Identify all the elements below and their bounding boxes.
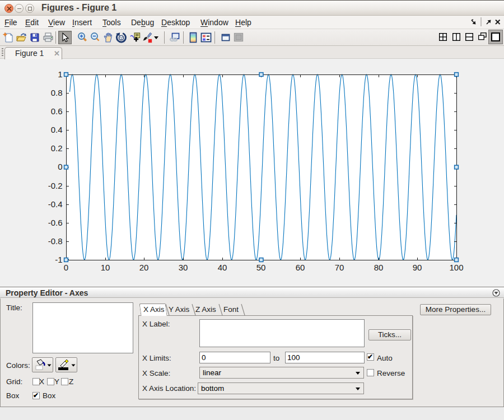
- svg-text:-0.8: -0.8: [48, 236, 63, 246]
- svg-text:0: 0: [64, 263, 68, 272]
- svg-text:-0.4: -0.4: [48, 199, 63, 209]
- svg-text:80: 80: [374, 263, 384, 272]
- svg-text:40: 40: [218, 263, 227, 272]
- svg-text:0.8: 0.8: [51, 88, 63, 97]
- svg-text:0.2: 0.2: [51, 143, 63, 153]
- svg-text:60: 60: [296, 263, 305, 272]
- svg-text:30: 30: [179, 263, 188, 272]
- svg-text:0.4: 0.4: [51, 125, 63, 134]
- svg-text:-0.2: -0.2: [48, 181, 63, 190]
- svg-text:0: 0: [58, 162, 62, 171]
- svg-text:-1: -1: [55, 255, 62, 264]
- svg-text:0.6: 0.6: [51, 106, 63, 116]
- svg-text:50: 50: [256, 263, 266, 272]
- svg-text:20: 20: [139, 263, 149, 272]
- svg-text:-0.6: -0.6: [48, 218, 63, 227]
- svg-text:70: 70: [335, 263, 344, 272]
- svg-text:1: 1: [58, 69, 62, 79]
- svg-text:10: 10: [101, 263, 110, 272]
- svg-text:100: 100: [449, 263, 463, 272]
- svg-text:90: 90: [413, 263, 422, 272]
